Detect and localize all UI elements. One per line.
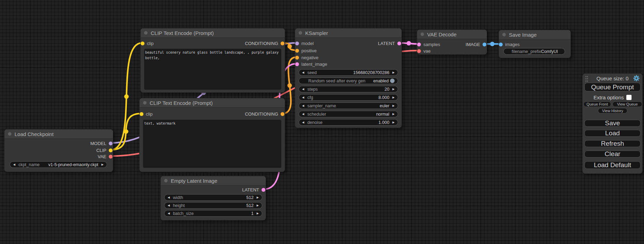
- link-dot: [124, 129, 129, 134]
- prompt-textarea[interactable]: beautiful scenery nature glass bottle la…: [144, 49, 281, 90]
- wire-clip-positive: [111, 43, 142, 150]
- increment-arrow-icon[interactable]: ▶: [257, 196, 259, 199]
- decrement-arrow-icon[interactable]: ◀: [302, 121, 304, 124]
- output-label-latent: LATENT: [378, 41, 395, 46]
- collapse-dot-icon[interactable]: [143, 101, 147, 105]
- node-ksampler[interactable]: KSampler model positive negative latent_…: [295, 28, 402, 128]
- output-slot-vae[interactable]: [109, 155, 113, 159]
- collapse-dot-icon[interactable]: [164, 179, 168, 182]
- node-graph-canvas[interactable]: Load Checkpoint MODEL CLIP VAE ◀ ckpt_na…: [0, 0, 644, 244]
- input-slot-latent-image[interactable]: [295, 62, 299, 66]
- decrement-arrow-icon[interactable]: ◀: [302, 88, 304, 91]
- collapse-dot-icon[interactable]: [502, 33, 506, 36]
- increment-arrow-icon[interactable]: ▶: [392, 88, 395, 91]
- node-load-checkpoint[interactable]: Load Checkpoint MODEL CLIP VAE ◀ ckpt_na…: [4, 129, 113, 172]
- wire-latent-out: [399, 43, 418, 44]
- node-title: Empty Latent Image: [171, 178, 217, 184]
- output-label-image: IMAGE: [466, 42, 480, 47]
- collapse-dot-icon[interactable]: [8, 132, 11, 136]
- collapse-dot-icon[interactable]: [299, 31, 302, 35]
- toggle-knob-icon[interactable]: [390, 79, 395, 83]
- input-slot-vae[interactable]: [417, 49, 421, 53]
- steps-widget[interactable]: ◀ steps 20 ▶: [299, 86, 398, 92]
- refresh-button[interactable]: Refresh: [584, 140, 641, 147]
- input-label-clip: clip: [147, 41, 154, 46]
- increment-arrow-icon[interactable]: ▶: [102, 163, 104, 166]
- node-title: Load Checkpoint: [15, 131, 54, 137]
- output-label-conditioning: CONDITIONING: [245, 111, 278, 117]
- denoise-widget[interactable]: ◀ denoise 1.000 ▶: [299, 119, 398, 126]
- input-slot-negative[interactable]: [295, 56, 299, 60]
- increment-arrow-icon[interactable]: ▶: [257, 212, 259, 215]
- output-slot-image[interactable]: [483, 43, 486, 46]
- load-default-button[interactable]: Load Default: [584, 161, 641, 169]
- output-slot-latent[interactable]: [262, 188, 265, 192]
- output-slot-conditioning[interactable]: [281, 112, 284, 116]
- increment-arrow-icon[interactable]: ▶: [392, 105, 395, 107]
- decrement-arrow-icon[interactable]: ◀: [302, 113, 304, 116]
- random-seed-toggle-widget[interactable]: Random seed after every gen enabled: [299, 78, 398, 84]
- queue-prompt-button[interactable]: Queue Prompt: [584, 83, 641, 91]
- decrement-arrow-icon[interactable]: ◀: [168, 204, 170, 207]
- collapse-dot-icon[interactable]: [421, 33, 424, 36]
- input-slot-clip[interactable]: [140, 112, 143, 116]
- save-button[interactable]: Save: [584, 120, 641, 127]
- scheduler-widget[interactable]: ◀ scheduler normal ▶: [299, 111, 398, 117]
- node-title: KSampler: [305, 30, 328, 36]
- width-widget[interactable]: ◀ width 512 ▶: [164, 194, 262, 201]
- wire-clip-negative: [111, 114, 141, 150]
- output-label-model: MODEL: [90, 141, 106, 146]
- input-slot-images[interactable]: [499, 43, 503, 46]
- decrement-arrow-icon[interactable]: ◀: [302, 96, 304, 99]
- filename-prefix-widget[interactable]: filename_prefix ComfyUI: [503, 48, 565, 55]
- input-label-samples: samples: [423, 42, 440, 47]
- node-clip-text-encode-positive[interactable]: CLIP Text Encode (Prompt) clip CONDITION…: [140, 28, 285, 93]
- prompt-textarea[interactable]: text, watermark: [143, 120, 281, 168]
- decrement-arrow-icon[interactable]: ◀: [168, 212, 170, 215]
- increment-arrow-icon[interactable]: ▶: [392, 121, 395, 124]
- node-vae-decode[interactable]: VAE Decode samples vae IMAGE: [417, 29, 487, 55]
- clear-button[interactable]: Clear: [584, 151, 641, 157]
- extra-options-checkbox[interactable]: [626, 95, 632, 100]
- input-label-vae: vae: [423, 48, 431, 54]
- decrement-arrow-icon[interactable]: ◀: [13, 163, 15, 166]
- node-save-image[interactable]: Save Image images filename_prefix ComfyU…: [499, 30, 571, 58]
- decrement-arrow-icon[interactable]: ◀: [302, 105, 304, 107]
- node-clip-text-encode-negative[interactable]: CLIP Text Encode (Prompt) clip CONDITION…: [139, 98, 285, 172]
- node-title: VAE Decode: [427, 31, 457, 37]
- cfg-widget[interactable]: ◀ cfg 8.000 ▶: [299, 94, 398, 101]
- input-slot-samples[interactable]: [417, 43, 421, 46]
- link-dot: [490, 42, 495, 46]
- input-label-latent-image: latent_image: [301, 62, 327, 67]
- control-panel: Queue size: 0 Queue Prompt Extra options…: [582, 73, 643, 174]
- settings-gear-icon[interactable]: [633, 75, 640, 82]
- increment-arrow-icon[interactable]: ▶: [392, 71, 395, 74]
- input-slot-positive[interactable]: [295, 49, 299, 53]
- batch-size-widget[interactable]: ◀ batch_size 1 ▶: [164, 210, 262, 217]
- output-slot-latent[interactable]: [397, 42, 401, 45]
- height-widget[interactable]: ◀ height 512 ▶: [164, 202, 262, 209]
- view-queue-button[interactable]: View Queue: [612, 101, 642, 107]
- decrement-arrow-icon[interactable]: ◀: [168, 196, 170, 199]
- node-empty-latent-image[interactable]: Empty Latent Image LATENT ◀ width 512 ▶ …: [160, 176, 266, 220]
- input-slot-model[interactable]: [295, 42, 299, 45]
- queue-front-button[interactable]: Queue Front: [583, 101, 611, 107]
- load-button[interactable]: Load: [584, 130, 641, 137]
- ckpt-name-widget[interactable]: ◀ ckpt_name v1-5-pruned-emaonly.ckpt ▶: [10, 161, 107, 168]
- output-slot-clip[interactable]: [109, 148, 113, 152]
- output-label-vae: VAE: [98, 154, 106, 159]
- collapse-dot-icon[interactable]: [144, 31, 148, 35]
- increment-arrow-icon[interactable]: ▶: [257, 204, 259, 207]
- decrement-arrow-icon[interactable]: ◀: [302, 71, 304, 74]
- increment-arrow-icon[interactable]: ▶: [392, 113, 395, 116]
- output-label-latent: LATENT: [242, 187, 259, 192]
- seed-widget[interactable]: ◀ seed 156680208700286 ▶: [299, 69, 398, 76]
- output-slot-conditioning[interactable]: [281, 42, 284, 45]
- input-slot-clip[interactable]: [141, 42, 144, 45]
- sampler-name-widget[interactable]: ◀ sampler_name euler ▶: [299, 102, 398, 109]
- output-slot-model[interactable]: [109, 142, 113, 145]
- view-history-button[interactable]: View History: [598, 108, 627, 114]
- increment-arrow-icon[interactable]: ▶: [392, 96, 395, 99]
- node-title: Save Image: [509, 32, 537, 38]
- input-label-model: model: [301, 41, 314, 46]
